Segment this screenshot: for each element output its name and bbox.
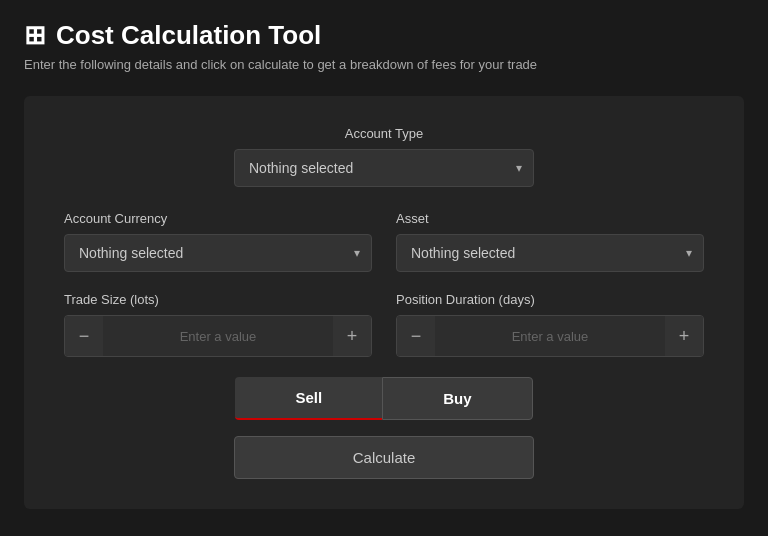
page-header: ⊞ Cost Calculation Tool Enter the follow…	[0, 0, 768, 80]
calculate-wrapper: Calculate	[64, 436, 704, 479]
account-currency-label: Account Currency	[64, 211, 372, 226]
buy-button[interactable]: Buy	[382, 377, 532, 420]
position-duration-stepper: − +	[396, 315, 704, 357]
account-type-label: Account Type	[345, 126, 424, 141]
trade-size-label: Trade Size (lots)	[64, 292, 372, 307]
action-buttons-row: Sell Buy	[64, 377, 704, 420]
trade-size-group: Trade Size (lots) − +	[64, 292, 372, 357]
trade-size-input[interactable]	[103, 329, 333, 344]
page-subtitle: Enter the following details and click on…	[24, 57, 744, 72]
account-currency-select-wrapper: Nothing selected ▾	[64, 234, 372, 272]
position-duration-input[interactable]	[435, 329, 665, 344]
main-card: Account Type Nothing selected ▾ Account …	[24, 96, 744, 509]
account-currency-select[interactable]: Nothing selected	[64, 234, 372, 272]
position-duration-group: Position Duration (days) − +	[396, 292, 704, 357]
position-duration-plus-button[interactable]: +	[665, 316, 703, 356]
page-title: ⊞ Cost Calculation Tool	[24, 20, 744, 51]
currency-asset-row: Account Currency Nothing selected ▾ Asse…	[64, 211, 704, 272]
asset-select-wrapper: Nothing selected ▾	[396, 234, 704, 272]
trade-size-stepper: − +	[64, 315, 372, 357]
trade-size-minus-button[interactable]: −	[65, 316, 103, 356]
calculate-button[interactable]: Calculate	[234, 436, 534, 479]
position-duration-minus-button[interactable]: −	[397, 316, 435, 356]
sell-button[interactable]: Sell	[235, 377, 382, 420]
account-type-select-wrapper: Nothing selected ▾	[234, 149, 534, 187]
trade-size-plus-button[interactable]: +	[333, 316, 371, 356]
trade-duration-row: Trade Size (lots) − + Position Duration …	[64, 292, 704, 357]
account-currency-group: Account Currency Nothing selected ▾	[64, 211, 372, 272]
asset-group: Asset Nothing selected ▾	[396, 211, 704, 272]
position-duration-label: Position Duration (days)	[396, 292, 704, 307]
asset-label: Asset	[396, 211, 704, 226]
calculator-icon: ⊞	[24, 20, 46, 51]
asset-select[interactable]: Nothing selected	[396, 234, 704, 272]
account-type-section: Account Type Nothing selected ▾	[64, 126, 704, 187]
account-type-select[interactable]: Nothing selected	[234, 149, 534, 187]
